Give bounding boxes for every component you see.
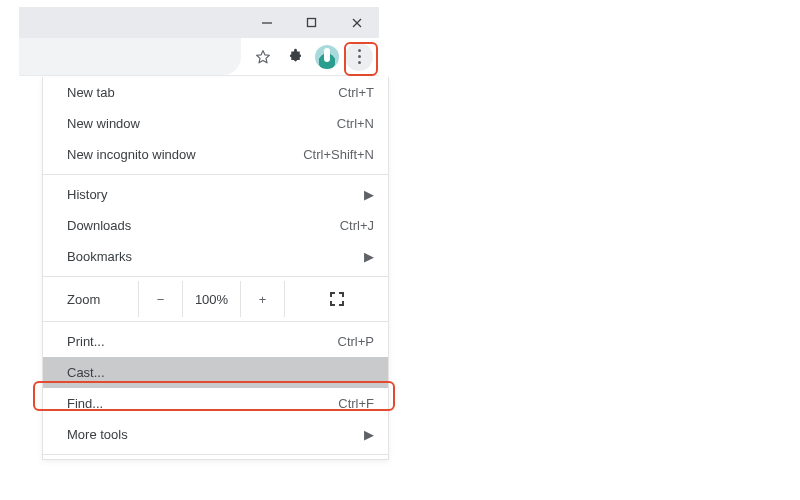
- menu-item-label: New window: [67, 116, 284, 131]
- minimize-icon: [261, 17, 273, 29]
- svg-rect-1: [308, 19, 316, 27]
- menu-item-print[interactable]: Print... Ctrl+P: [43, 326, 388, 357]
- window-maximize-button[interactable]: [289, 7, 334, 38]
- menu-item-new-incognito[interactable]: New incognito window Ctrl+Shift+N: [43, 139, 388, 170]
- menu-item-label: Print...: [67, 334, 284, 349]
- chevron-right-icon: ▶: [360, 249, 374, 264]
- menu-item-shortcut: Ctrl+T: [284, 85, 374, 100]
- menu-separator: [43, 454, 388, 455]
- maximize-icon: [306, 17, 317, 28]
- window-close-button[interactable]: [334, 7, 379, 38]
- fullscreen-icon: [330, 292, 344, 306]
- zoom-out-button[interactable]: −: [139, 281, 183, 317]
- close-icon: [351, 17, 363, 29]
- extensions-button[interactable]: [281, 43, 309, 71]
- menu-item-shortcut: Ctrl+F: [284, 396, 374, 411]
- menu-separator: [43, 174, 388, 175]
- menu-item-bookmarks[interactable]: Bookmarks ▶: [43, 241, 388, 272]
- menu-item-new-window[interactable]: New window Ctrl+N: [43, 108, 388, 139]
- chevron-right-icon: ▶: [360, 187, 374, 202]
- menu-item-label: Bookmarks: [67, 249, 360, 264]
- menu-item-label: More tools: [67, 427, 360, 442]
- menu-item-label: New incognito window: [67, 147, 284, 162]
- chrome-main-menu: New tab Ctrl+T New window Ctrl+N New inc…: [42, 77, 389, 460]
- fullscreen-button[interactable]: [285, 281, 388, 317]
- browser-toolbar: [19, 38, 379, 76]
- star-icon: [254, 48, 272, 66]
- avatar-icon: [315, 45, 339, 69]
- kebab-icon: [358, 49, 361, 52]
- omnibox-area: [19, 38, 241, 75]
- menu-item-shortcut: Ctrl+P: [284, 334, 374, 349]
- window-titlebar: [19, 7, 379, 38]
- zoom-label: Zoom: [43, 281, 139, 317]
- menu-item-cast[interactable]: Cast...: [43, 357, 388, 388]
- menu-item-history[interactable]: History ▶: [43, 179, 388, 210]
- menu-item-more-tools[interactable]: More tools ▶: [43, 419, 388, 450]
- menu-item-find[interactable]: Find... Ctrl+F: [43, 388, 388, 419]
- menu-item-new-tab[interactable]: New tab Ctrl+T: [43, 77, 388, 108]
- menu-item-shortcut: Ctrl+N: [284, 116, 374, 131]
- menu-item-downloads[interactable]: Downloads Ctrl+J: [43, 210, 388, 241]
- zoom-percent: 100%: [183, 281, 241, 317]
- menu-separator: [43, 276, 388, 277]
- menu-item-label: History: [67, 187, 360, 202]
- menu-item-label: Downloads: [67, 218, 284, 233]
- bookmark-star-button[interactable]: [249, 43, 277, 71]
- chevron-right-icon: ▶: [360, 427, 374, 442]
- menu-item-shortcut: Ctrl+Shift+N: [284, 147, 374, 162]
- zoom-in-button[interactable]: +: [241, 281, 285, 317]
- chrome-menu-button[interactable]: [345, 43, 373, 71]
- profile-avatar-button[interactable]: [313, 43, 341, 71]
- menu-item-label: Cast...: [67, 365, 284, 380]
- menu-separator: [43, 321, 388, 322]
- menu-item-label: Find...: [67, 396, 284, 411]
- menu-item-shortcut: Ctrl+J: [284, 218, 374, 233]
- menu-item-label: New tab: [67, 85, 284, 100]
- window-minimize-button[interactable]: [244, 7, 289, 38]
- browser-window: [19, 7, 379, 76]
- puzzle-icon: [287, 48, 304, 65]
- menu-zoom-row: Zoom − 100% +: [43, 281, 388, 317]
